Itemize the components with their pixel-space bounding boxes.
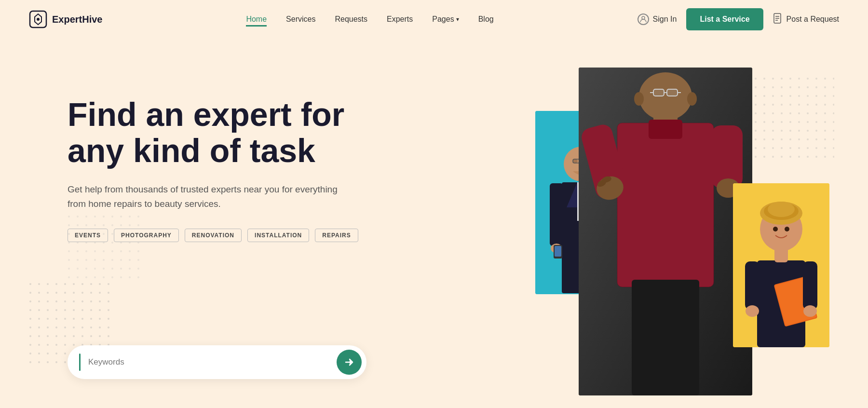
post-request-link[interactable]: Post a Request (773, 13, 839, 26)
nav-item-blog[interactable]: Blog (478, 15, 494, 24)
hero-title: Find an expert for any kind of task (68, 96, 395, 169)
woman-person-illustration (733, 183, 829, 347)
nav-link-requests[interactable]: Requests (335, 15, 367, 23)
tag-photography[interactable]: PHOTOGRAPHY (114, 229, 179, 242)
nav-link-blog[interactable]: Blog (478, 15, 494, 23)
svg-point-41 (634, 92, 644, 106)
hero-section: Find an expert for any kind of task Get … (0, 39, 868, 408)
svg-point-61 (768, 202, 795, 217)
svg-point-67 (803, 305, 817, 317)
nav-item-experts[interactable]: Experts (387, 15, 413, 24)
nav-link-pages[interactable]: Pages (432, 15, 454, 24)
list-service-button[interactable]: List a Service (686, 8, 763, 30)
nav-links: Home Services Requests Experts Pages ▾ B… (246, 15, 493, 24)
tag-list: EVENTS PHOTOGRAPHY RENOVATION INSTALLATI… (68, 229, 395, 242)
image-collage (502, 39, 868, 408)
sign-in-icon (637, 14, 649, 25)
nav-link-services[interactable]: Services (286, 15, 315, 23)
svg-rect-43 (617, 123, 714, 287)
search-divider (79, 354, 81, 371)
logo-icon (29, 10, 47, 28)
svg-rect-37 (667, 89, 678, 96)
nav-item-services[interactable]: Services (286, 15, 315, 24)
nav-link-experts[interactable]: Experts (387, 15, 413, 23)
post-request-label: Post a Request (787, 15, 839, 24)
logo-text: ExpertHive (52, 14, 103, 25)
nav-item-pages[interactable]: Pages ▾ (432, 15, 459, 24)
svg-point-3 (642, 16, 645, 19)
tag-events[interactable]: EVENTS (68, 229, 108, 242)
red-sweater-person-illustration (579, 68, 752, 395)
arrow-right-icon (344, 357, 354, 367)
svg-rect-52 (632, 280, 699, 395)
tag-installation[interactable]: INSTALLATION (247, 229, 309, 242)
hero-subtitle: Get help from thousands of trusted exper… (68, 182, 338, 212)
svg-rect-45 (649, 120, 682, 139)
svg-rect-65 (803, 261, 817, 310)
logo[interactable]: ExpertHive (29, 10, 103, 28)
search-bar (68, 345, 366, 379)
svg-point-42 (687, 92, 697, 106)
nav-item-home[interactable]: Home (246, 15, 267, 24)
chevron-down-icon: ▾ (456, 16, 459, 23)
nav-right: Sign In List a Service Post a Request (637, 8, 839, 30)
hero-text-area: Find an expert for any kind of task Get … (68, 96, 395, 271)
sign-in-link[interactable]: Sign In (637, 14, 677, 25)
svg-rect-64 (745, 261, 760, 310)
svg-rect-36 (653, 89, 664, 96)
svg-rect-26 (550, 183, 563, 246)
search-button[interactable] (337, 350, 362, 375)
svg-point-35 (639, 72, 692, 121)
nav-item-requests[interactable]: Requests (335, 15, 367, 24)
tag-renovation[interactable]: RENOVATION (185, 229, 242, 242)
search-input[interactable] (88, 357, 337, 367)
svg-point-66 (746, 305, 759, 317)
svg-point-2 (37, 18, 40, 21)
expert-image-woman (733, 183, 829, 347)
navbar: ExpertHive Home Services Requests Expert… (0, 0, 868, 39)
svg-point-62 (773, 227, 778, 231)
document-icon (773, 13, 783, 26)
svg-rect-31 (555, 246, 561, 257)
svg-point-63 (785, 227, 789, 231)
tag-repairs[interactable]: REPAIRS (315, 229, 358, 242)
nav-link-home[interactable]: Home (246, 15, 267, 27)
expert-image-red-sweater (579, 68, 752, 395)
sign-in-label: Sign In (653, 15, 677, 24)
